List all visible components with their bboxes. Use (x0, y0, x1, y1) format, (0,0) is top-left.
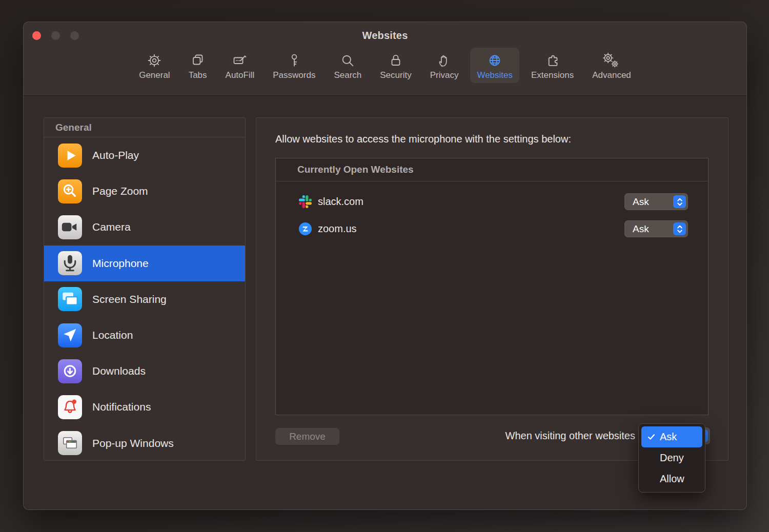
check-icon (645, 433, 657, 441)
downloads-icon (58, 359, 82, 383)
panel-description: Allow websites to access the microphone … (275, 133, 571, 145)
sidebar-item-screen-sharing[interactable]: Screen Sharing (44, 281, 245, 317)
autofill-icon (232, 52, 248, 68)
toolbar-tab-websites[interactable]: Websites (470, 48, 519, 83)
slack-favicon (299, 195, 312, 208)
menu-option-label: Deny (660, 452, 684, 464)
up-down-chevrons-icon (673, 195, 686, 208)
sidebar-item-page-zoom[interactable]: Page Zoom (44, 173, 245, 209)
sidebar-item-label: Auto-Play (92, 149, 139, 161)
sidebar-item-label: Page Zoom (92, 185, 148, 197)
sidebar-item-notifications[interactable]: Notifications (44, 389, 245, 425)
page-zoom-icon (58, 179, 82, 203)
tabs-icon (190, 52, 206, 68)
site-domain: zoom.us (318, 223, 357, 235)
auto-play-icon (58, 144, 82, 168)
when-visiting-label: When visiting other websites (505, 427, 635, 444)
sidebar-item-pop-up-windows[interactable]: Pop-up Windows (44, 425, 245, 461)
menu-option-label: Ask (660, 431, 677, 443)
site-domain: slack.com (318, 196, 363, 208)
menu-option-ask[interactable]: Ask (641, 426, 702, 447)
notifications-bell-icon (58, 395, 82, 419)
search-icon (340, 52, 355, 68)
preferences-toolbar: General Tabs (24, 48, 746, 83)
up-down-chevrons-icon (673, 222, 686, 235)
gear-icon (147, 52, 162, 68)
toolbar-tab-label: Advanced (592, 71, 631, 79)
double-gear-icon (603, 52, 620, 68)
toolbar-tab-label: General (139, 71, 170, 79)
sidebar-item-label: Location (92, 329, 133, 341)
toolbar-tab-label: Websites (477, 71, 513, 79)
screen-sharing-icon (58, 287, 82, 311)
toolbar-tab-label: Passwords (273, 71, 315, 79)
toolbar-tab-privacy[interactable]: Privacy (423, 48, 466, 83)
dropdown-value: Ask (633, 196, 649, 208)
sidebar-section-header: General (44, 118, 245, 137)
table-header: Currently Open Websites (276, 158, 708, 181)
toolbar-tab-general[interactable]: General (132, 48, 176, 83)
toolbar-tab-passwords[interactable]: Passwords (266, 48, 322, 83)
toolbar-tab-tabs[interactable]: Tabs (182, 48, 214, 83)
sidebar-item-label: Camera (92, 221, 131, 233)
currently-open-websites-table: Currently Open Websites slack.com (275, 158, 709, 415)
window-title: Websites (24, 30, 746, 42)
toolbar-tab-label: Extensions (531, 71, 574, 79)
sidebar-item-label: Pop-up Windows (92, 437, 174, 449)
safari-preferences-window: Websites General Tabs (23, 22, 747, 510)
menu-option-deny[interactable]: Deny (641, 447, 702, 468)
permission-dropdown-slack[interactable]: Ask (624, 193, 688, 210)
toolbar-tab-label: Privacy (430, 71, 459, 79)
microphone-settings-panel: Allow websites to access the microphone … (256, 117, 728, 461)
puzzle-icon (545, 52, 560, 68)
sidebar-item-microphone[interactable]: Microphone (44, 245, 245, 281)
pop-up-windows-icon (58, 431, 82, 455)
toolbar-tab-advanced[interactable]: Advanced (585, 48, 638, 83)
sidebar-item-camera[interactable]: Camera (44, 209, 245, 245)
table-rows: slack.com Ask (276, 181, 708, 242)
toolbar-tab-search[interactable]: Search (327, 48, 368, 83)
toolbar-tab-autofill[interactable]: AutoFill (219, 48, 261, 83)
toolbar-tab-label: AutoFill (226, 71, 255, 79)
toolbar-tab-label: Security (380, 71, 411, 79)
titlebar-toolbar: Websites General Tabs (24, 22, 746, 96)
permission-popup-menu: Ask Deny Allow (638, 423, 705, 493)
sidebar-item-label: Screen Sharing (92, 293, 167, 305)
preferences-content: General Auto-Play Page Zoom (24, 96, 746, 509)
toolbar-tab-label: Tabs (189, 71, 207, 79)
zoom-favicon (299, 222, 312, 235)
toolbar-tab-label: Search (334, 71, 361, 79)
toolbar-tab-security[interactable]: Security (373, 48, 418, 83)
sidebar-item-label: Microphone (92, 257, 149, 270)
permission-dropdown-zoom[interactable]: Ask (624, 220, 688, 237)
location-arrow-icon (58, 323, 82, 347)
table-row[interactable]: slack.com Ask (276, 188, 708, 215)
menu-option-allow[interactable]: Allow (641, 468, 702, 489)
remove-button[interactable]: Remove (275, 428, 339, 445)
toolbar-tab-extensions[interactable]: Extensions (524, 48, 580, 83)
globe-icon (487, 52, 502, 68)
sidebar-item-auto-play[interactable]: Auto-Play (44, 137, 245, 173)
key-icon (287, 52, 302, 68)
sidebar-item-location[interactable]: Location (44, 317, 245, 353)
microphone-icon (58, 251, 82, 275)
camera-icon (58, 215, 82, 239)
sidebar-item-label: Notifications (92, 401, 151, 413)
lock-icon (388, 52, 403, 68)
sidebar: General Auto-Play Page Zoom (44, 117, 246, 461)
table-row[interactable]: zoom.us Ask (276, 215, 708, 242)
sidebar-item-downloads[interactable]: Downloads (44, 353, 245, 389)
menu-option-label: Allow (660, 473, 684, 485)
dropdown-value: Ask (633, 223, 649, 235)
sidebar-item-label: Downloads (92, 365, 146, 377)
hand-icon (437, 52, 452, 68)
